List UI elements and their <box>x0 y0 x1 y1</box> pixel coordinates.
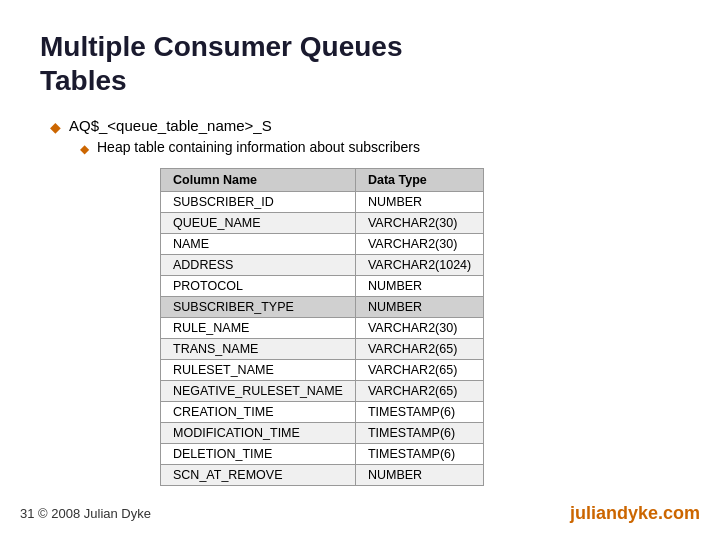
cell-data-type: NUMBER <box>355 465 483 486</box>
cell-data-type: NUMBER <box>355 192 483 213</box>
col-header-type: Data Type <box>355 169 483 192</box>
cell-data-type: VARCHAR2(30) <box>355 213 483 234</box>
table-row: SUBSCRIBER_TYPENUMBER <box>161 297 484 318</box>
col-header-name: Column Name <box>161 169 356 192</box>
footer-right: juliandyke.com <box>570 503 700 524</box>
table-row: TRANS_NAMEVARCHAR2(65) <box>161 339 484 360</box>
cell-column-name: CREATION_TIME <box>161 402 356 423</box>
cell-column-name: TRANS_NAME <box>161 339 356 360</box>
cell-column-name: PROTOCOL <box>161 276 356 297</box>
table-row: QUEUE_NAMEVARCHAR2(30) <box>161 213 484 234</box>
title-line1: Multiple Consumer Queues <box>40 31 403 62</box>
table-row: NEGATIVE_RULESET_NAMEVARCHAR2(65) <box>161 381 484 402</box>
footer-left: 31 © 2008 Julian Dyke <box>20 506 151 521</box>
cell-column-name: RULE_NAME <box>161 318 356 339</box>
bullet-level1: ◆ AQ$_<queue_table_name>_S <box>50 117 680 135</box>
cell-data-type: VARCHAR2(1024) <box>355 255 483 276</box>
cell-column-name: ADDRESS <box>161 255 356 276</box>
cell-data-type: NUMBER <box>355 276 483 297</box>
cell-column-name: NEGATIVE_RULESET_NAME <box>161 381 356 402</box>
cell-data-type: NUMBER <box>355 297 483 318</box>
table-row: SCN_AT_REMOVENUMBER <box>161 465 484 486</box>
cell-column-name: DELETION_TIME <box>161 444 356 465</box>
table-row: PROTOCOLNUMBER <box>161 276 484 297</box>
cell-column-name: MODIFICATION_TIME <box>161 423 356 444</box>
table-row: MODIFICATION_TIMETIMESTAMP(6) <box>161 423 484 444</box>
table-row: NAMEVARCHAR2(30) <box>161 234 484 255</box>
table-row: DELETION_TIMETIMESTAMP(6) <box>161 444 484 465</box>
cell-column-name: SCN_AT_REMOVE <box>161 465 356 486</box>
cell-column-name: RULESET_NAME <box>161 360 356 381</box>
cell-column-name: QUEUE_NAME <box>161 213 356 234</box>
page-title: Multiple Consumer Queues Tables <box>40 30 680 97</box>
cell-column-name: SUBSCRIBER_TYPE <box>161 297 356 318</box>
cell-data-type: TIMESTAMP(6) <box>355 402 483 423</box>
bullet-diamond2-icon: ◆ <box>80 142 89 156</box>
page-container: Multiple Consumer Queues Tables ◆ AQ$_<q… <box>0 0 720 506</box>
table-wrapper: Column Name Data Type SUBSCRIBER_IDNUMBE… <box>160 168 680 486</box>
cell-data-type: VARCHAR2(30) <box>355 318 483 339</box>
table-row: SUBSCRIBER_IDNUMBER <box>161 192 484 213</box>
cell-data-type: VARCHAR2(65) <box>355 339 483 360</box>
cell-data-type: VARCHAR2(30) <box>355 234 483 255</box>
cell-column-name: SUBSCRIBER_ID <box>161 192 356 213</box>
title-line2: Tables <box>40 65 127 96</box>
bullet1-text: AQ$_<queue_table_name>_S <box>69 117 272 134</box>
table-row: RULE_NAMEVARCHAR2(30) <box>161 318 484 339</box>
data-table: Column Name Data Type SUBSCRIBER_IDNUMBE… <box>160 168 484 486</box>
cell-data-type: TIMESTAMP(6) <box>355 444 483 465</box>
table-row: ADDRESSVARCHAR2(1024) <box>161 255 484 276</box>
bullet2-text: Heap table containing information about … <box>97 139 420 155</box>
footer: 31 © 2008 Julian Dyke juliandyke.com <box>0 503 720 524</box>
table-row: RULESET_NAMEVARCHAR2(65) <box>161 360 484 381</box>
cell-data-type: VARCHAR2(65) <box>355 381 483 402</box>
cell-column-name: NAME <box>161 234 356 255</box>
cell-data-type: TIMESTAMP(6) <box>355 423 483 444</box>
bullet-level2: ◆ Heap table containing information abou… <box>80 139 680 156</box>
cell-data-type: VARCHAR2(65) <box>355 360 483 381</box>
table-row: CREATION_TIMETIMESTAMP(6) <box>161 402 484 423</box>
bullet-diamond-icon: ◆ <box>50 119 61 135</box>
